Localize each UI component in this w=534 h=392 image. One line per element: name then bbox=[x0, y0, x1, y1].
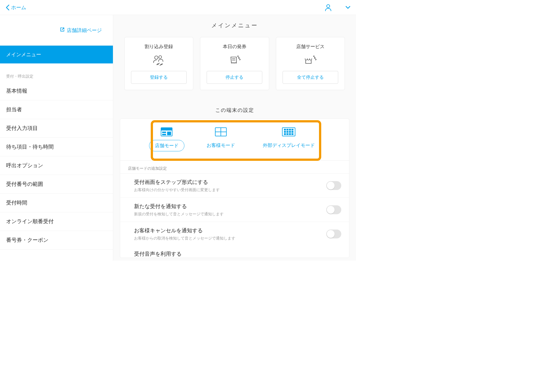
store-detail-link[interactable]: 店舗詳細ページ bbox=[0, 15, 113, 46]
action-cards: 割り込み登録 登録する 本日の発券 停止する 店舗サービス 全 bbox=[113, 37, 356, 90]
setting-text: 受付画面をステップ形式にする お客様向けの分かりやすい受付画面に変更します bbox=[134, 179, 220, 193]
setting-title: 受付画面をステップ形式にする bbox=[134, 179, 220, 186]
toggle-cancel-notify[interactable] bbox=[326, 230, 341, 238]
svg-rect-19 bbox=[291, 131, 293, 133]
device-section-title: この端末の設定 bbox=[113, 107, 356, 114]
toggle-step-form[interactable] bbox=[326, 181, 341, 190]
sidebar-item-call-options[interactable]: 呼出オプション bbox=[0, 156, 113, 175]
external-link-icon bbox=[60, 27, 65, 33]
setting-text: 新たな受付を通知する 新規の受付を検知して音とメッセージで通知します bbox=[134, 203, 224, 217]
sidebar-item-label: 呼出オプション bbox=[6, 162, 43, 168]
svg-rect-21 bbox=[286, 133, 288, 135]
setting-desc: お客様からの取消を検知して音とメッセージで通知します bbox=[134, 236, 235, 241]
sidebar-item-number-range[interactable]: 受付番号の範囲 bbox=[0, 175, 113, 194]
sidebar-item-label: 受付時間 bbox=[6, 200, 27, 206]
svg-rect-15 bbox=[291, 129, 293, 130]
header: ホーム bbox=[0, 0, 356, 15]
mode-label: お客様モード bbox=[201, 140, 241, 151]
sidebar-item-label: 受付入力項目 bbox=[6, 125, 38, 131]
sidebar-item-main-menu[interactable]: メインメニュー bbox=[0, 46, 113, 63]
setting-title: お客様キャンセルを通知する bbox=[134, 227, 235, 234]
stop-all-button[interactable]: 全て停止する bbox=[283, 71, 338, 84]
mode-panel: 店舗モード お客様モード 外部ディスプレイモード 店舗モードの追加設定 bbox=[120, 119, 349, 258]
sidebar-item-staff[interactable]: 担当者 bbox=[0, 100, 113, 119]
button-label: 登録する bbox=[150, 75, 168, 80]
svg-rect-12 bbox=[284, 129, 286, 130]
sidebar-item-basic-info[interactable]: 基本情報 bbox=[0, 82, 113, 100]
svg-point-0 bbox=[327, 4, 330, 8]
button-label: 停止する bbox=[226, 75, 243, 80]
toggle-new-notify[interactable] bbox=[326, 205, 341, 214]
svg-rect-13 bbox=[286, 129, 288, 130]
setting-text: お客様キャンセルを通知する お客様からの取消を検知して音とメッセージで通知します bbox=[134, 227, 235, 241]
setting-title: 受付音声を利用する bbox=[134, 251, 182, 257]
back-label: ホーム bbox=[11, 4, 26, 11]
svg-rect-20 bbox=[284, 133, 286, 135]
user-icon[interactable] bbox=[325, 4, 332, 11]
user-area bbox=[325, 4, 350, 11]
mode-label: 外部ディスプレイモード bbox=[257, 140, 320, 151]
svg-rect-7 bbox=[167, 132, 171, 135]
svg-rect-22 bbox=[289, 133, 291, 135]
customer-mode-icon bbox=[215, 127, 227, 137]
sidebar-section-label: 受付・呼出設定 bbox=[0, 63, 113, 82]
setting-desc: お客様向けの分かりやすい受付画面に変更します bbox=[134, 188, 220, 193]
card-store-service: 店舗サービス 全て停止する bbox=[276, 37, 345, 90]
card-today-ticket: 本日の発券 停止する bbox=[200, 37, 269, 90]
register-button[interactable]: 登録する bbox=[131, 71, 187, 84]
sidebar-item-input-fields[interactable]: 受付入力項目 bbox=[0, 119, 113, 138]
svg-rect-5 bbox=[162, 132, 166, 133]
sidebar-item-label: 受付番号の範囲 bbox=[6, 181, 43, 187]
main-content: メインメニュー 割り込み登録 登録する 本日の発券 停止する 店舗サービス bbox=[113, 15, 356, 261]
chevron-left-icon bbox=[6, 4, 9, 11]
store-sync-icon bbox=[303, 54, 317, 67]
mode-tabs: 店舗モード お客様モード 外部ディスプレイモード bbox=[120, 119, 349, 161]
external-display-icon bbox=[282, 127, 296, 137]
store-mode-icon bbox=[160, 127, 173, 137]
page-title: メインメニュー bbox=[113, 15, 356, 37]
setting-cancel-notify: お客様キャンセルを通知する お客様からの取消を検知して音とメッセージで通知します bbox=[120, 222, 349, 246]
sidebar-item-label: 担当者 bbox=[6, 107, 22, 112]
sidebar: 店舗詳細ページ メインメニュー 受付・呼出設定 基本情報 担当者 受付入力項目 … bbox=[0, 15, 113, 261]
svg-rect-14 bbox=[289, 129, 291, 130]
sidebar-item-online-queue[interactable]: オンライン順番受付 bbox=[0, 212, 113, 231]
svg-point-1 bbox=[155, 56, 158, 59]
svg-rect-17 bbox=[286, 131, 288, 133]
svg-rect-23 bbox=[291, 133, 293, 135]
setting-new-notify: 新たな受付を通知する 新規の受付を検知して音とメッセージで通知します bbox=[120, 198, 349, 222]
button-label: 全て停止する bbox=[297, 75, 324, 80]
sidebar-item-tickets[interactable]: 番号券・クーポン bbox=[0, 231, 113, 250]
sidebar-item-label: 番号券・クーポン bbox=[6, 237, 48, 243]
svg-rect-6 bbox=[162, 134, 166, 135]
sub-section-label: 店舗モードの追加設定 bbox=[120, 161, 349, 173]
sidebar-item-label: メインメニュー bbox=[6, 52, 41, 57]
setting-voice: 受付音声を利用する bbox=[120, 246, 349, 258]
receipt-sync-icon bbox=[228, 54, 241, 67]
tab-customer-mode[interactable]: お客様モード bbox=[201, 127, 241, 151]
svg-rect-16 bbox=[284, 131, 286, 133]
setting-desc: 新規の受付を検知して音とメッセージで通知します bbox=[134, 212, 224, 217]
sidebar-item-label: 待ち項目・待ち時間 bbox=[6, 144, 54, 150]
sidebar-item-label: オンライン順番受付 bbox=[6, 218, 54, 224]
svg-point-2 bbox=[159, 56, 162, 58]
stop-button[interactable]: 停止する bbox=[207, 71, 262, 84]
setting-title: 新たな受付を通知する bbox=[134, 203, 224, 210]
svg-rect-4 bbox=[161, 128, 172, 130]
chevron-down-icon[interactable] bbox=[345, 6, 350, 9]
tab-store-mode[interactable]: 店舗モード bbox=[149, 127, 184, 151]
back-button[interactable]: ホーム bbox=[6, 4, 26, 11]
card-title: 店舗サービス bbox=[296, 43, 325, 50]
sidebar-item-wait-settings[interactable]: 待ち項目・待ち時間 bbox=[0, 138, 113, 156]
people-sync-icon bbox=[152, 54, 165, 67]
card-title: 割り込み登録 bbox=[145, 43, 173, 50]
tab-external-display-mode[interactable]: 外部ディスプレイモード bbox=[257, 127, 320, 151]
store-detail-label: 店舗詳細ページ bbox=[67, 27, 102, 34]
svg-rect-18 bbox=[289, 131, 291, 133]
card-interrupt-register: 割り込み登録 登録する bbox=[124, 37, 193, 90]
sidebar-item-label: 基本情報 bbox=[6, 88, 27, 94]
card-title: 本日の発券 bbox=[223, 43, 246, 50]
mode-label: 店舗モード bbox=[149, 140, 184, 151]
setting-step-form: 受付画面をステップ形式にする お客様向けの分かりやすい受付画面に変更します bbox=[120, 173, 349, 198]
sidebar-item-reception-hours[interactable]: 受付時間 bbox=[0, 194, 113, 212]
